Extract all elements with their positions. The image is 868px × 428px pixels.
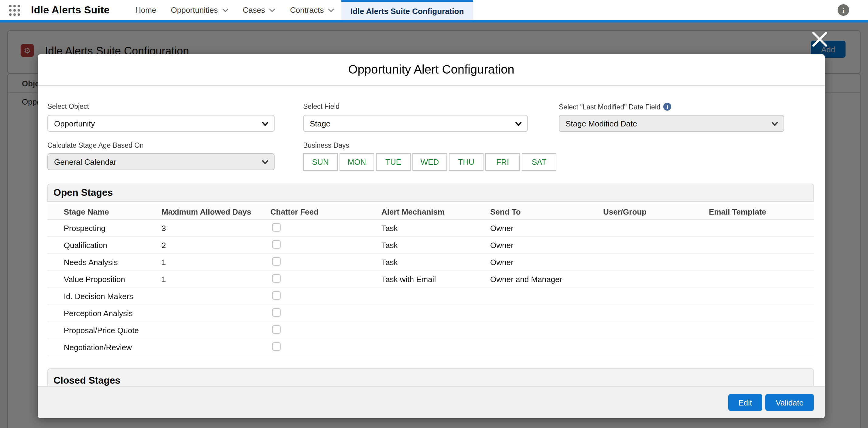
last-modified-date-dropdown[interactable]: Stage Modified Date (559, 115, 784, 132)
edit-button[interactable]: Edit (728, 394, 762, 411)
select-object-label: Select Object (48, 103, 89, 110)
nav-tabs: HomeOpportunitiesCasesContractsIdle Aler… (128, 0, 473, 20)
business-days-label: Business Days (303, 142, 349, 149)
business-day-wed[interactable]: WED (412, 153, 447, 171)
tab-label: Opportunities (171, 5, 218, 15)
max-days-cell: 1 (162, 275, 270, 284)
column-header-maximum-allowed-days: Maximum Allowed Days (162, 207, 270, 217)
alert-mechanism-cell: Task (381, 258, 490, 267)
close-icon[interactable] (811, 30, 829, 48)
chevron-down-icon[interactable] (222, 8, 228, 12)
chatter-feed-checkbox[interactable] (272, 325, 281, 334)
business-day-mon[interactable]: MON (340, 153, 374, 171)
chatter-feed-checkbox[interactable] (272, 342, 281, 351)
stage-name-cell: Perception Analysis (48, 309, 162, 318)
send-to-cell: Owner (490, 258, 603, 267)
top-nav: Idle Alerts Suite HomeOpportunitiesCases… (0, 0, 868, 23)
tab-idle-alerts-suite-configuration[interactable]: Idle Alerts Suite Configuration (341, 0, 473, 20)
business-day-thu[interactable]: THU (449, 153, 484, 171)
column-header-stage-name: Stage Name (48, 207, 162, 217)
chevron-down-icon (771, 122, 778, 126)
chatter-feed-checkbox[interactable] (272, 240, 281, 249)
select-object-dropdown[interactable]: Opportunity (48, 115, 275, 132)
alert-mechanism-cell: Task (381, 241, 490, 250)
chevron-down-icon[interactable] (269, 8, 276, 12)
tab-label: Home (135, 5, 156, 15)
chatter-feed-checkbox[interactable] (272, 308, 281, 317)
validate-button[interactable]: Validate (765, 394, 814, 411)
table-row-id-decision-makers: Id. Decision Makers (48, 288, 814, 305)
table-row-proposal-price-quote: Proposal/Price Quote (48, 322, 814, 339)
chatter-feed-cell (270, 291, 381, 302)
business-days-selector: SUNMONTUEWEDTHUFRISAT (303, 153, 556, 171)
chatter-feed-checkbox[interactable] (272, 274, 281, 283)
chatter-feed-checkbox[interactable] (272, 291, 281, 300)
select-field-label: Select Field (303, 103, 340, 110)
last-modified-date-field-label: Select "Last Modified" Date Field i (559, 103, 672, 111)
business-day-sun[interactable]: SUN (303, 153, 338, 171)
tab-opportunities[interactable]: Opportunities (164, 0, 236, 20)
max-days-cell: 2 (162, 241, 270, 250)
chatter-feed-cell (270, 308, 381, 319)
modal-footer: Edit Validate (38, 386, 825, 418)
chatter-feed-cell (270, 240, 381, 251)
table-row-value-proposition: Value Proposition1Task with EmailOwner a… (48, 271, 814, 288)
screen: Idle Alerts Suite HomeOpportunitiesCases… (0, 0, 868, 428)
nav-brand-stripe (0, 20, 868, 23)
column-header-user-group: User/Group (603, 207, 709, 217)
tab-cases[interactable]: Cases (236, 0, 283, 20)
table-row-negotiation-review: Negotiation/Review (48, 339, 814, 356)
opportunity-alert-configuration-modal: Opportunity Alert Configuration Select O… (38, 54, 825, 418)
chevron-down-icon (515, 122, 522, 126)
table-header-row: Stage NameMaximum Allowed DaysChatter Fe… (48, 204, 814, 220)
help-info-icon[interactable]: i (838, 4, 849, 16)
open-stages-section-header: Open Stages (48, 183, 814, 202)
stage-name-cell: Proposal/Price Quote (48, 326, 162, 335)
tab-label: Idle Alerts Suite Configuration (350, 6, 464, 16)
stage-name-cell: Prospecting (48, 224, 162, 233)
chevron-down-icon (262, 122, 269, 126)
stage-name-cell: Id. Decision Makers (48, 292, 162, 301)
stage-name-cell: Negotiation/Review (48, 343, 162, 352)
send-to-cell: Owner and Manager (490, 275, 603, 284)
business-day-fri[interactable]: FRI (485, 153, 520, 171)
table-row-prospecting: Prospecting3TaskOwner (48, 220, 814, 237)
max-days-cell: 1 (162, 258, 270, 267)
stage-name-cell: Qualification (48, 241, 162, 250)
max-days-cell: 3 (162, 224, 270, 233)
tab-label: Contracts (290, 5, 324, 15)
send-to-cell: Owner (490, 224, 603, 233)
stage-age-label: Calculate Stage Age Based On (48, 142, 144, 149)
stage-age-dropdown[interactable]: General Calendar (48, 153, 275, 170)
table-row-perception-analysis: Perception Analysis (48, 305, 814, 322)
tab-contracts[interactable]: Contracts (283, 0, 341, 20)
app-name: Idle Alerts Suite (31, 4, 110, 16)
chatter-feed-cell (270, 342, 381, 352)
app-launcher-waffle-icon[interactable] (8, 3, 21, 17)
chatter-feed-cell (270, 257, 381, 267)
send-to-cell: Owner (490, 241, 603, 250)
table-row-needs-analysis: Needs Analysis1TaskOwner (48, 254, 814, 271)
chevron-down-icon[interactable] (328, 8, 334, 12)
business-day-tue[interactable]: TUE (376, 153, 411, 171)
info-icon[interactable]: i (663, 103, 672, 111)
chatter-feed-cell (270, 223, 381, 233)
chatter-feed-cell (270, 274, 381, 285)
alert-mechanism-cell: Task (381, 224, 490, 233)
tab-label: Cases (243, 5, 265, 15)
table-body: Prospecting3TaskOwnerQualification2TaskO… (48, 220, 814, 356)
column-header-send-to: Send To (490, 207, 603, 217)
modal-title: Opportunity Alert Configuration (38, 54, 825, 86)
chatter-feed-checkbox[interactable] (272, 257, 281, 266)
chatter-feed-checkbox[interactable] (272, 223, 281, 232)
chatter-feed-cell (270, 325, 381, 336)
table-row-qualification: Qualification2TaskOwner (48, 237, 814, 254)
column-header-email-template: Email Template (709, 207, 814, 217)
column-header-chatter-feed: Chatter Feed (270, 207, 381, 217)
select-field-dropdown[interactable]: Stage (303, 115, 528, 132)
business-day-sat[interactable]: SAT (522, 153, 556, 171)
stage-name-cell: Value Proposition (48, 275, 162, 284)
stage-name-cell: Needs Analysis (48, 258, 162, 267)
tab-home[interactable]: Home (128, 0, 163, 20)
open-stages-table: Stage NameMaximum Allowed DaysChatter Fe… (48, 204, 814, 356)
